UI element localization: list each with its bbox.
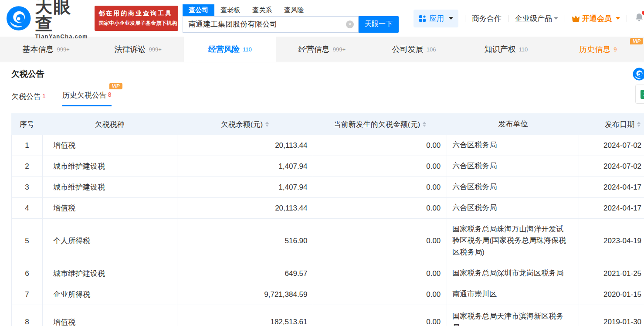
- open-vip-label: 开通会员: [582, 14, 612, 24]
- cell-issuer: 国家税务总局珠海万山海洋开发试验区税务局(国家税务总局珠海保税区税务局): [447, 219, 579, 263]
- cell-balance: 20,113.44: [177, 198, 313, 218]
- nav-tab-label: 基本信息: [22, 44, 54, 54]
- cell-new-amount: 0.00: [313, 198, 447, 218]
- cell-tax-type: 城市维护建设税: [43, 177, 177, 197]
- subtab-history-tax-arrears[interactable]: 历史欠税公告8 VIP: [62, 90, 112, 106]
- cell-new-amount: 0.00: [313, 219, 447, 263]
- nav-tab-count: 110: [519, 46, 528, 53]
- table-row: 3 城市维护建设税 1,407.94 0.00 六合区税务局 2024-04-1…: [11, 177, 644, 198]
- subtab-label: 历史欠税公告: [62, 91, 107, 99]
- notification-bell[interactable]: [634, 12, 644, 24]
- table-row: 8 增值税 182,513.61 0.00 国家税务总局天津市滨海新区税务局 2…: [11, 305, 644, 326]
- cell-issuer: 六合区税务局: [447, 198, 579, 218]
- nav-tab-count: 999+: [333, 46, 346, 53]
- vip-badge: VIP: [630, 38, 643, 44]
- table-row: 5 个人所得税 516.90 0.00 国家税务总局珠海万山海洋开发试验区税务局…: [11, 219, 644, 263]
- tianyancha-logo[interactable]: 天眼查 TianYanCha.com: [6, 0, 89, 39]
- clear-icon[interactable]: ✕: [346, 20, 354, 28]
- apps-label: 应用: [429, 14, 444, 24]
- cell-no: 4: [12, 198, 43, 218]
- col-header-balance[interactable]: 欠税余额(元): [177, 113, 313, 135]
- table-row: 2 城市维护建设税 1,407.94 0.00 六合区税务局 2024-07-0…: [11, 156, 644, 177]
- cell-balance: 9,721,384.59: [177, 284, 313, 305]
- col-header-date[interactable]: 发布日期: [579, 113, 644, 135]
- nav-tab-operating-risk[interactable]: 经营风险 110: [184, 37, 276, 62]
- nav-tab-history-info[interactable]: 历史信息 9 VIP: [552, 37, 644, 62]
- cell-tax-type: 增值税: [43, 135, 177, 156]
- excel-icon: X: [641, 90, 644, 99]
- banner-line2: 国家中小企业发展子基金旗下机构: [98, 20, 174, 27]
- apps-menu[interactable]: 应用: [414, 10, 458, 27]
- tianyancha-float-icon: [633, 68, 644, 81]
- col-header-no: 序号: [11, 113, 42, 135]
- cell-no: 8: [12, 305, 43, 326]
- nav-tab-count: 9: [613, 46, 617, 53]
- cell-balance: 20,113.44: [177, 135, 313, 156]
- table-row: 1 增值税 20,113.44 0.00 六合区税务局 2024-07-02: [11, 135, 644, 156]
- cell-issuer: 南通市崇川区: [447, 284, 579, 305]
- nav-tab-label: 经营信息: [298, 44, 330, 54]
- search-tabs: 查公司 查老板 查关系 查风险: [183, 4, 399, 16]
- notification-dot: [642, 11, 644, 15]
- search-tab-risk[interactable]: 查风险: [278, 4, 310, 16]
- chevron-down-icon: [449, 17, 453, 20]
- chevron-down-icon: [554, 17, 558, 20]
- nav-tab-legal[interactable]: 法律诉讼 999+: [92, 37, 184, 62]
- nav-tab-count: 999+: [149, 46, 162, 53]
- cell-new-amount: 0.00: [313, 177, 447, 197]
- nav-tab-label: 知识产权: [484, 44, 515, 54]
- cell-balance: 649.57: [177, 263, 313, 284]
- cell-balance: 1,407.94: [177, 177, 313, 197]
- search-tab-boss[interactable]: 查老板: [214, 4, 246, 16]
- export-button[interactable]: X: [635, 85, 644, 104]
- cell-new-amount: 0.00: [313, 305, 447, 326]
- nav-tab-basic-info[interactable]: 基本信息 999+: [0, 37, 92, 62]
- cell-date: 2024-07-02: [579, 156, 644, 177]
- cell-tax-type: 个人所得税: [43, 219, 177, 263]
- nav-tab-intellectual-property[interactable]: 知识产权 110: [460, 37, 552, 62]
- search-button[interactable]: 天眼一下: [359, 16, 399, 33]
- business-coop-link[interactable]: 商务合作: [472, 14, 502, 24]
- nav-tab-company-development[interactable]: 公司发展 106: [368, 37, 460, 62]
- cell-no: 6: [12, 263, 43, 284]
- cell-new-amount: 0.00: [313, 135, 447, 156]
- nav-tab-label: 公司发展: [392, 44, 424, 54]
- company-nav-tabs: 基本信息 999+ 法律诉讼 999+ 经营风险 110 经营信息 999+ 公…: [0, 37, 644, 62]
- subtab-label: 欠税公告: [11, 92, 41, 101]
- cell-tax-type: 增值税: [43, 305, 177, 326]
- chevron-down-icon: [616, 17, 620, 20]
- subtab-tax-arrears[interactable]: 欠税公告1: [11, 92, 46, 106]
- tax-arrears-table: 序号 欠税税种 欠税余额(元) 当前新发生的欠税金额(元) 发布单位 发布日期: [11, 113, 644, 326]
- search-tab-company[interactable]: 查公司: [183, 4, 214, 16]
- divider: [508, 15, 508, 22]
- nav-tab-count: 999+: [57, 46, 69, 53]
- nav-tab-operating-info[interactable]: 经营信息 999+: [276, 37, 368, 62]
- logo-title: 天眼查: [35, 0, 89, 32]
- sort-icon[interactable]: [265, 122, 269, 127]
- open-vip-menu[interactable]: 开通会员: [572, 14, 620, 24]
- top-menu: 应用 商务合作 企业级产品 开通会员: [414, 10, 644, 27]
- col-header-new-amount[interactable]: 当前新发生的欠税金额(元): [313, 113, 447, 135]
- nav-tab-count: 110: [243, 46, 252, 53]
- cell-date: 2024-04-17: [579, 198, 644, 218]
- cell-no: 7: [12, 284, 43, 305]
- subtab-count: 1: [42, 92, 46, 99]
- cell-tax-type: 城市维护建设税: [43, 263, 177, 284]
- subtabs: 欠税公告1 历史欠税公告8 VIP X: [11, 90, 644, 106]
- enterprise-product-menu[interactable]: 企业级产品: [515, 14, 558, 24]
- cell-no: 3: [12, 177, 43, 197]
- cell-date: 2023-04-19: [579, 219, 644, 263]
- cell-issuer: 六合区税务局: [447, 135, 579, 156]
- cell-date: 2024-07-02: [579, 135, 644, 156]
- sort-icon[interactable]: [423, 122, 426, 127]
- cell-balance: 182,513.61: [177, 305, 313, 326]
- cell-tax-type: 城市维护建设税: [43, 156, 177, 177]
- search-tab-relation[interactable]: 查关系: [246, 4, 278, 16]
- business-coop-label: 商务合作: [472, 14, 502, 24]
- sort-icon[interactable]: [637, 122, 641, 127]
- search-input[interactable]: [183, 20, 346, 29]
- cell-new-amount: 0.00: [313, 284, 447, 305]
- section-title: 欠税公告: [11, 62, 644, 80]
- cell-date: 2024-04-17: [579, 177, 644, 197]
- divider: [627, 15, 627, 22]
